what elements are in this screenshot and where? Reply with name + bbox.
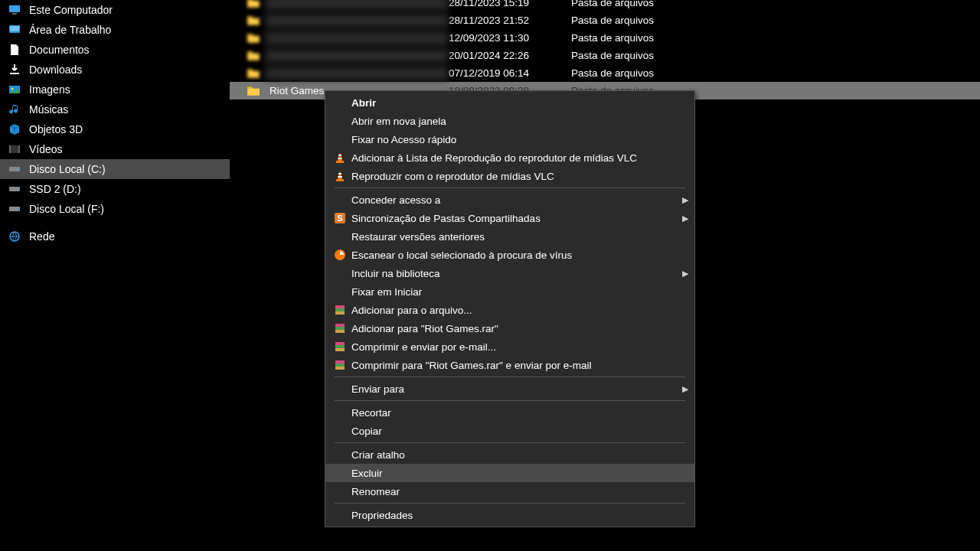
folder-icon: [242, 0, 265, 11]
docs-icon: [8, 43, 21, 57]
context-separator: [335, 442, 685, 443]
context-label: Comprimir e enviar por e-mail...: [351, 341, 676, 353]
sidebar-item-downloads[interactable]: Downloads: [0, 60, 230, 80]
file-type: Pasta de arquivos: [571, 50, 740, 61]
sidebar-item-label: Disco Local (F:): [29, 203, 104, 215]
drive-icon: [8, 202, 21, 216]
sidebar-item-objects3d[interactable]: Objetos 3D: [0, 119, 230, 139]
context-item[interactable]: Criar atalho: [325, 445, 694, 464]
context-item[interactable]: Propriedades: [325, 506, 694, 524]
vlc-icon: [332, 169, 348, 183]
context-item[interactable]: Renomear: [325, 482, 694, 500]
context-item[interactable]: Restaurar versões anteriores: [325, 227, 694, 246]
context-label: Fixar no Acesso rápido: [351, 134, 676, 145]
sidebar-item-disk-f[interactable]: Disco Local (F:): [0, 199, 230, 219]
objects3d-icon: [8, 122, 21, 136]
context-label: Abrir em nova janela: [351, 116, 676, 127]
pictures-icon: [8, 83, 21, 96]
sidebar-item-documents[interactable]: Documentos: [0, 40, 230, 60]
context-label: Incluir na biblioteca: [351, 268, 676, 279]
context-item[interactable]: Sincronização de Pastas Compartilhadas▶: [325, 209, 694, 227]
context-menu: AbrirAbrir em nova janelaFixar no Acesso…: [325, 90, 695, 527]
sidebar-item-disk-c[interactable]: Disco Local (C:): [0, 159, 230, 179]
winrar-icon: [332, 303, 348, 317]
sidebar-item-disk-d[interactable]: SSD 2 (D:): [0, 179, 230, 199]
drive-icon: [8, 162, 21, 176]
submenu-arrow-icon: ▶: [676, 269, 688, 279]
file-date: 20/01/2024 22:26: [449, 50, 571, 61]
music-icon: [8, 103, 21, 116]
context-item[interactable]: Adicionar para "Riot Games.rar": [325, 319, 694, 337]
file-name: [265, 67, 449, 80]
context-item[interactable]: Recortar: [325, 403, 694, 422]
context-label: Sincronização de Pastas Compartilhadas: [351, 213, 676, 224]
file-name: [265, 49, 449, 63]
file-row[interactable]: 12/09/2023 11:30Pasta de arquivos: [230, 29, 980, 47]
avast-icon: [332, 248, 348, 262]
submenu-arrow-icon: ▶: [676, 195, 688, 205]
file-row[interactable]: 20/01/2024 22:26Pasta de arquivos: [230, 47, 980, 64]
sidebar-item-label: Este Computador: [29, 4, 113, 16]
file-name: [265, 14, 449, 28]
file-row[interactable]: 28/11/2023 15:19Pasta de arquivos: [230, 0, 980, 11]
context-label: Conceder acesso a: [351, 194, 676, 206]
sidebar-item-label: Documentos: [29, 44, 90, 56]
context-item[interactable]: Incluir na biblioteca▶: [325, 264, 694, 282]
context-separator: [335, 187, 685, 188]
file-row[interactable]: 28/11/2023 21:52Pasta de arquivos: [230, 11, 980, 29]
context-separator: [335, 400, 685, 401]
folder-icon: [242, 64, 265, 82]
desktop-icon: [8, 23, 21, 37]
winrar-icon: [332, 340, 348, 354]
file-date: 28/11/2023 15:19: [449, 0, 571, 8]
file-type: Pasta de arquivos: [571, 15, 740, 26]
context-item[interactable]: Enviar para▶: [325, 380, 694, 398]
context-item[interactable]: Adicionar para o arquivo...: [325, 301, 694, 319]
file-row[interactable]: 07/12/2019 06:14Pasta de arquivos: [230, 64, 980, 82]
sidebar-item-videos[interactable]: Vídeos: [0, 139, 230, 159]
context-item[interactable]: Abrir: [325, 93, 694, 112]
context-label: Comprimir para "Riot Games.rar" e enviar…: [351, 360, 676, 371]
context-separator: [335, 503, 685, 504]
context-label: Criar atalho: [351, 449, 676, 461]
folder-icon: [242, 29, 265, 47]
context-label: Enviar para: [351, 383, 676, 395]
context-item[interactable]: Conceder acesso a▶: [325, 191, 694, 209]
context-label: Recortar: [351, 407, 676, 419]
context-label: Adicionar para o arquivo...: [351, 305, 676, 316]
sidebar-item-desktop[interactable]: Área de Trabalho: [0, 20, 230, 40]
folder-icon: [242, 82, 265, 99]
file-date: 07/12/2019 06:14: [449, 67, 571, 79]
sidebar-item-network[interactable]: Rede: [0, 227, 230, 246]
context-item[interactable]: Excluir: [325, 464, 694, 482]
sidebar-item-this-pc[interactable]: Este Computador: [0, 0, 230, 20]
drive-icon: [8, 182, 21, 196]
folder-icon: [242, 11, 265, 29]
file-date: 28/11/2023 21:52: [449, 15, 571, 26]
context-label: Escanear o local selecionado à procura d…: [351, 249, 676, 261]
file-type: Pasta de arquivos: [571, 32, 740, 44]
context-item[interactable]: Copiar: [325, 422, 694, 440]
sidebar-item-music[interactable]: Músicas: [0, 99, 230, 119]
submenu-arrow-icon: ▶: [676, 384, 688, 394]
file-type: Pasta de arquivos: [571, 0, 740, 8]
pc-icon: [8, 3, 21, 17]
context-item[interactable]: Abrir em nova janela: [325, 112, 694, 130]
sidebar-navpane: Este ComputadorÁrea de TrabalhoDocumento…: [0, 0, 230, 551]
winrar-icon: [332, 358, 348, 372]
sidebar-item-label: Downloads: [29, 64, 82, 76]
context-item[interactable]: Comprimir para "Riot Games.rar" e enviar…: [325, 356, 694, 374]
context-item[interactable]: Escanear o local selecionado à procura d…: [325, 246, 694, 264]
downloads-icon: [8, 63, 21, 77]
vlc-icon: [332, 151, 348, 165]
context-item[interactable]: Comprimir e enviar por e-mail...: [325, 337, 694, 356]
context-item[interactable]: Fixar em Iniciar: [325, 282, 694, 301]
context-label: Adicionar para "Riot Games.rar": [351, 323, 676, 334]
sidebar-item-pictures[interactable]: Imagens: [0, 80, 230, 99]
context-item[interactable]: Reproduzir com o reprodutor de mídias VL…: [325, 167, 694, 185]
context-label: Copiar: [351, 425, 676, 437]
context-item[interactable]: Fixar no Acesso rápido: [325, 130, 694, 148]
sidebar-item-label: Disco Local (C:): [29, 163, 106, 175]
sidebar-item-label: SSD 2 (D:): [29, 183, 81, 195]
context-item[interactable]: Adicionar à Lista de Reprodução do repro…: [325, 148, 694, 167]
